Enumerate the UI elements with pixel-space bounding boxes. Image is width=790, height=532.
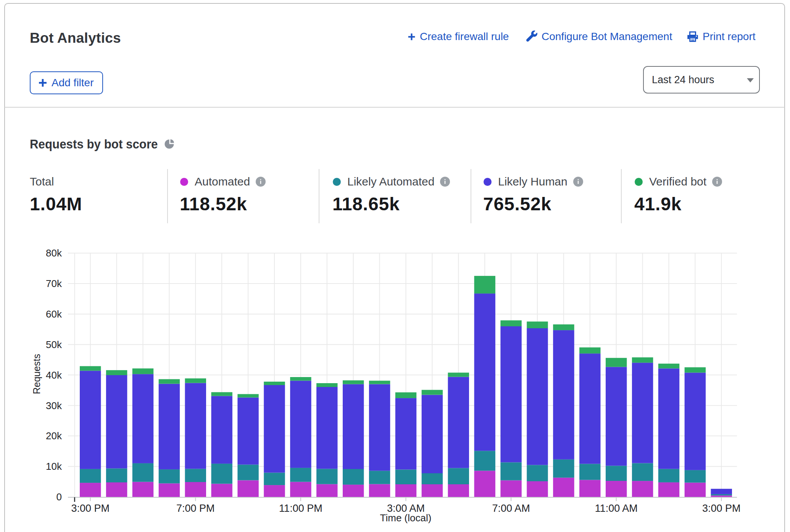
- svg-text:0: 0: [56, 491, 62, 503]
- svg-text:50k: 50k: [46, 339, 62, 350]
- svg-text:10k: 10k: [46, 461, 62, 472]
- svg-text:3:00 PM: 3:00 PM: [71, 503, 110, 514]
- svg-text:20k: 20k: [46, 430, 62, 442]
- svg-text:Time (local): Time (local): [380, 512, 432, 524]
- svg-text:80k: 80k: [46, 247, 62, 259]
- svg-text:40k: 40k: [46, 369, 62, 381]
- svg-text:Requests: Requests: [31, 354, 42, 394]
- svg-text:70k: 70k: [46, 278, 62, 289]
- svg-text:30k: 30k: [46, 400, 62, 411]
- svg-text:11:00 PM: 11:00 PM: [279, 503, 322, 514]
- svg-text:3:00 PM: 3:00 PM: [702, 503, 741, 514]
- svg-text:7:00 AM: 7:00 AM: [492, 503, 530, 514]
- svg-text:7:00 PM: 7:00 PM: [176, 503, 215, 514]
- svg-text:60k: 60k: [46, 308, 62, 320]
- svg-text:11:00 AM: 11:00 AM: [595, 503, 638, 514]
